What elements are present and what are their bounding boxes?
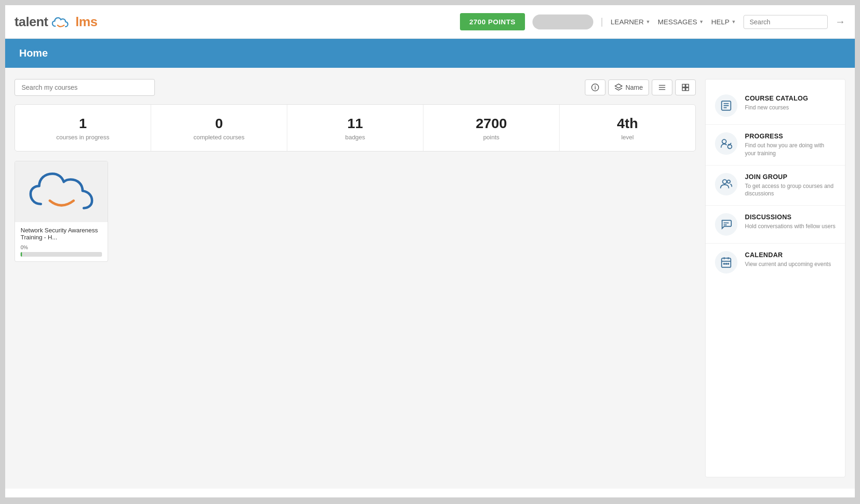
sidebar-item-discussions[interactable]: DISCUSSIONS Hold conversations with fell… [706, 206, 845, 244]
course-search-input[interactable] [15, 79, 155, 96]
stat-number: 0 [156, 115, 282, 132]
main-content: Name [5, 68, 855, 489]
progress-icon-wrap [715, 132, 737, 155]
list-view-icon [658, 83, 666, 92]
course-card-image [15, 161, 108, 222]
svg-rect-10 [686, 88, 689, 91]
group-icon-wrap [715, 173, 737, 195]
course-thumbnail-icon [29, 166, 94, 217]
stat-label: points [428, 134, 554, 141]
sidebar-item-progress[interactable]: PROGRESS Find out how you are doing with… [706, 125, 845, 166]
stat-number: 1 [20, 115, 146, 132]
learner-menu[interactable]: LEARNER ▼ [611, 18, 650, 26]
svg-point-26 [726, 263, 727, 264]
svg-rect-7 [682, 84, 685, 87]
calendar-icon-wrap [715, 251, 737, 274]
sidebar-item-course-catalog[interactable]: COURSE CATALOG Find new courses [706, 87, 845, 125]
stat-label: courses in progress [20, 134, 146, 141]
layers-icon [614, 83, 623, 92]
sidebar-text-join-group: JOIN GROUP To get access to group course… [745, 173, 836, 198]
calendar-icon [720, 256, 732, 268]
sidebar-item-calendar[interactable]: CALENDAR View current and upcoming event… [706, 244, 845, 281]
logo-area: talent lms [15, 14, 460, 29]
course-controls: Name [15, 79, 696, 96]
svg-marker-3 [615, 84, 622, 88]
info-icon [591, 83, 599, 92]
name-sort-button[interactable]: Name [608, 79, 649, 95]
right-sidebar: COURSE CATALOG Find new courses PROGRESS… [705, 79, 845, 477]
outer-frame: talent lms 2700 POINTS | LEARNER ▼ [0, 0, 860, 504]
sidebar-text-discussions: DISCUSSIONS Hold conversations with fell… [745, 213, 836, 230]
stats-bar: 1 courses in progress 0 completed course… [15, 104, 696, 151]
inner-frame: talent lms 2700 POINTS | LEARNER ▼ [5, 5, 855, 498]
progress-bar-fill [21, 252, 22, 257]
stat-label: level [564, 134, 691, 141]
sidebar-desc-calendar: View current and upcoming events [745, 260, 836, 268]
stat-number: 11 [292, 115, 418, 132]
sidebar-text-calendar: CALENDAR View current and upcoming event… [745, 251, 836, 268]
svg-rect-9 [682, 88, 685, 91]
svg-rect-21 [722, 259, 731, 268]
svg-point-27 [728, 263, 729, 264]
catalog-icon-wrap [715, 94, 737, 117]
sidebar-desc-progress: Find out how you are doing with your tra… [745, 142, 836, 158]
sidebar-title-join-group: JOIN GROUP [745, 173, 836, 180]
course-card-title: Network Security Awareness Training - H.… [21, 227, 102, 241]
sidebar-text-progress: PROGRESS Find out how you are doing with… [745, 132, 836, 158]
courses-grid: Network Security Awareness Training - H.… [15, 161, 696, 262]
svg-point-17 [722, 180, 727, 184]
stat-number: 2700 [428, 115, 554, 132]
global-search-input[interactable] [743, 15, 828, 29]
sidebar-desc-discussions: Hold conversations with fellow users [745, 223, 836, 230]
svg-point-15 [722, 139, 726, 144]
info-button[interactable] [585, 79, 605, 95]
svg-point-18 [727, 180, 730, 183]
logo: talent lms [15, 14, 97, 29]
svg-point-25 [724, 263, 725, 264]
course-card-body: Network Security Awareness Training - H.… [15, 222, 108, 261]
home-banner: Home [5, 39, 855, 68]
sidebar-title-discussions: DISCUSSIONS [745, 213, 836, 221]
stat-label: badges [292, 134, 418, 141]
sidebar-text-course-catalog: COURSE CATALOG Find new courses [745, 94, 836, 112]
course-card-0[interactable]: Network Security Awareness Training - H.… [15, 161, 108, 262]
sidebar-desc-course-catalog: Find new courses [745, 104, 836, 112]
discussions-icon [720, 218, 732, 230]
logout-icon: → [835, 16, 845, 28]
catalog-icon [720, 100, 732, 112]
sidebar-title-progress: PROGRESS [745, 132, 836, 140]
stat-label: completed courses [156, 134, 282, 141]
stat-item-1: 0 completed courses [151, 105, 287, 151]
stat-item-4: 4th level [560, 105, 695, 151]
nav-divider: | [601, 16, 603, 27]
grid-view-icon [681, 83, 690, 92]
page-title: Home [19, 47, 841, 59]
grid-view-button[interactable] [675, 79, 696, 95]
help-menu[interactable]: HELP ▼ [711, 18, 736, 26]
discussions-icon-wrap [715, 213, 737, 236]
view-controls: Name [585, 79, 696, 95]
progress-label: 0% [21, 245, 102, 250]
nav-right: 2700 POINTS | LEARNER ▼ MESSAGES ▼ HELP … [460, 13, 845, 30]
left-area: Name [15, 79, 696, 477]
logo-cloud-icon [51, 16, 72, 29]
logout-button[interactable]: → [835, 16, 845, 28]
points-button[interactable]: 2700 POINTS [460, 13, 525, 30]
list-view-button[interactable] [652, 79, 672, 95]
user-avatar-pill[interactable] [532, 14, 593, 29]
stat-item-0: 1 courses in progress [15, 105, 151, 151]
sidebar-item-join-group[interactable]: JOIN GROUP To get access to group course… [706, 166, 845, 206]
top-nav: talent lms 2700 POINTS | LEARNER ▼ [5, 5, 855, 39]
stat-item-2: 11 badges [287, 105, 423, 151]
svg-rect-8 [686, 84, 689, 87]
progress-bar [21, 252, 102, 257]
messages-menu[interactable]: MESSAGES ▼ [658, 18, 704, 26]
sidebar-desc-join-group: To get access to group courses and discu… [745, 182, 836, 198]
group-icon [720, 178, 732, 190]
stat-item-3: 2700 points [423, 105, 560, 151]
sidebar-title-calendar: CALENDAR [745, 251, 836, 259]
stat-number: 4th [564, 115, 691, 132]
progress-icon [720, 137, 732, 150]
sidebar-title-course-catalog: COURSE CATALOG [745, 94, 836, 102]
